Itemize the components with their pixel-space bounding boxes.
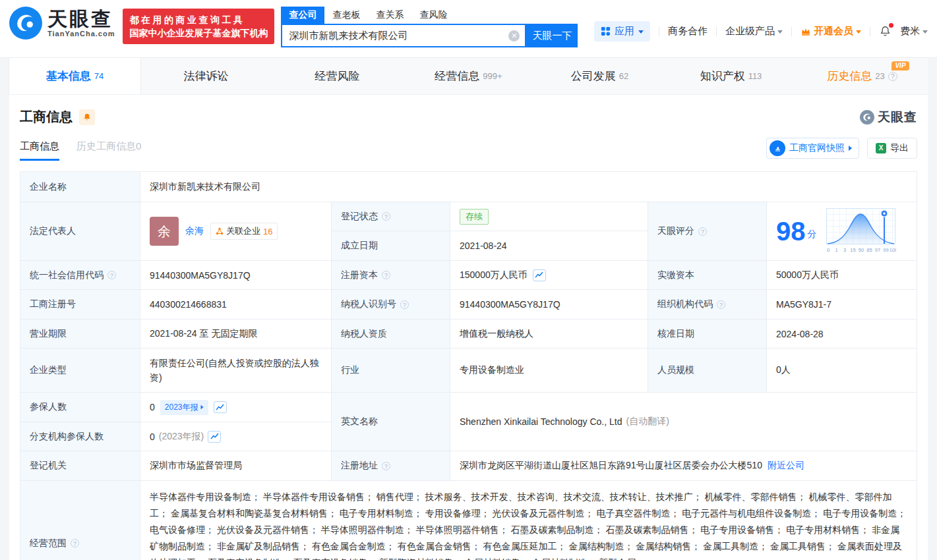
help-icon[interactable]: ? bbox=[717, 300, 725, 309]
field-label-paid-capital: 实缴资本 bbox=[648, 261, 767, 290]
related-companies-badge[interactable]: 关联企业 16 bbox=[210, 223, 278, 240]
field-value-tianyan-score[interactable]: 98 分 0 bbox=[767, 202, 917, 261]
trend-chart-icon[interactable] bbox=[214, 401, 227, 413]
field-value-reg-authority: 深圳市市场监督管理局 bbox=[140, 451, 332, 481]
field-value-industry: 专用设备制造业 bbox=[450, 349, 648, 393]
monitor-bell-button[interactable] bbox=[79, 109, 95, 125]
trend-chart-icon[interactable] bbox=[208, 431, 221, 443]
nav-business-coop[interactable]: 商务合作 bbox=[668, 25, 708, 38]
field-value-business-scope: 半导体器件专用设备制造； 半导体器件专用设备销售； 销售代理； 技术服务、技术开… bbox=[140, 481, 917, 560]
apps-menu[interactable]: 应用 bbox=[594, 21, 650, 42]
field-label-taxpayer-quali: 纳税人资质 bbox=[332, 320, 450, 349]
tab-company-development[interactable]: 公司发展62 bbox=[534, 58, 665, 94]
search-button[interactable]: 天眼一下 bbox=[526, 24, 578, 47]
field-label-industry: 行业 bbox=[332, 349, 450, 393]
nav-open-vip[interactable]: 开通会员 bbox=[801, 25, 861, 38]
help-icon[interactable]: ? bbox=[382, 212, 390, 221]
svg-text:15: 15 bbox=[850, 247, 855, 253]
tab-operating-risk[interactable]: 经营风险 bbox=[272, 58, 403, 94]
score-unit: 分 bbox=[808, 229, 817, 240]
subtab-history-business-info[interactable]: 历史工商信息0 bbox=[76, 140, 141, 161]
field-value-reg-capital: 150000万人民币 bbox=[450, 261, 648, 290]
watermark-logo: 天眼查 bbox=[860, 109, 917, 126]
chevron-down-icon bbox=[777, 30, 783, 34]
tab-legal-litigation[interactable]: 法律诉讼 bbox=[140, 58, 272, 94]
apps-label: 应用 bbox=[615, 25, 634, 38]
tianyancha-logo[interactable]: 天眼查 TianYanCha.com bbox=[9, 7, 115, 40]
promo-banner: 都在用的商业查询工具 国家中小企业发展子基金旗下机构 bbox=[123, 9, 274, 44]
field-value-english-name: Shenzhen Xinkailai Technology Co., Ltd (… bbox=[450, 393, 917, 451]
help-icon[interactable]: ? bbox=[400, 300, 409, 309]
field-value-establish-date: 2021-08-24 bbox=[450, 231, 648, 261]
notification-bell[interactable] bbox=[879, 25, 892, 38]
vip-badge: VIP bbox=[892, 61, 909, 70]
annual-report-badge[interactable]: 2023年报 bbox=[160, 400, 208, 415]
search-tab-boss[interactable]: 查老板 bbox=[324, 7, 368, 24]
logo-title: 天眼查 bbox=[47, 9, 115, 30]
nav-enterprise-products[interactable]: 企业级产品 bbox=[725, 25, 783, 38]
svg-text:85: 85 bbox=[866, 247, 872, 253]
arrow-right-icon bbox=[849, 146, 852, 151]
chevron-down-icon bbox=[638, 30, 644, 34]
clear-search-icon[interactable]: ✕ bbox=[508, 30, 520, 42]
field-value-taxpayer-id: 91440300MA5GY8J17Q bbox=[450, 290, 648, 320]
trend-chart-icon[interactable] bbox=[533, 269, 546, 281]
nav-user-menu[interactable]: 费米 bbox=[900, 25, 928, 38]
business-info-table: 企业名称 深圳市新凯来技术有限公司 法定代表人 余 余海 关联企业 16 登记状… bbox=[20, 171, 917, 560]
official-snapshot-button[interactable]: 工商官网快照 bbox=[766, 138, 859, 159]
field-label-business-scope: 经营范围? bbox=[20, 481, 140, 560]
search-tab-relation[interactable]: 查关系 bbox=[368, 7, 411, 24]
field-label-business-term: 营业期限 bbox=[20, 320, 140, 349]
score-distribution-chart: 0 1 3 15 50 85 97 99 100 bbox=[826, 208, 896, 254]
tianyancha-logo-icon bbox=[9, 7, 42, 40]
tab-history-info[interactable]: VIP 历史信息23 ? bbox=[797, 58, 928, 94]
username: 费米 bbox=[900, 25, 920, 38]
field-label-company-name: 企业名称 bbox=[20, 172, 140, 202]
field-label-legal-rep: 法定代表人 bbox=[20, 202, 140, 261]
svg-text:97: 97 bbox=[874, 247, 880, 253]
score-value: 98 bbox=[776, 218, 806, 244]
field-label-english-name: 英文名称 bbox=[332, 393, 450, 451]
field-label-taxpayer-id: 纳税人识别号? bbox=[332, 290, 450, 320]
help-icon[interactable]: ? bbox=[107, 271, 116, 279]
promo-line-2: 国家中小企业发展子基金旗下机构 bbox=[129, 26, 268, 40]
field-value-staff-size: 0人 bbox=[767, 349, 917, 393]
svg-text:100: 100 bbox=[889, 247, 895, 253]
bell-icon bbox=[82, 113, 92, 122]
logo-domain: TianYanCha.com bbox=[47, 30, 115, 38]
field-label-branch-insured: 分支机构参保人数 bbox=[20, 422, 140, 451]
tianyancha-logo-icon bbox=[860, 110, 874, 125]
field-value-company-name: 深圳市新凯来技术有限公司 bbox=[140, 172, 917, 202]
related-companies-icon bbox=[216, 227, 224, 235]
tab-basic-info[interactable]: 基本信息74 bbox=[9, 58, 140, 94]
field-value-reg-address: 深圳市龙岗区平湖街道山厦社区旭日东路91号山厦社区居委会办公大楼510 附近公司 bbox=[450, 451, 917, 481]
help-icon[interactable]: ? bbox=[888, 72, 897, 81]
chevron-down-icon bbox=[922, 30, 928, 34]
svg-text:99: 99 bbox=[883, 247, 888, 253]
arrow-right-icon bbox=[200, 405, 203, 409]
apps-grid-icon bbox=[601, 26, 611, 36]
search-tabs: 查公司 查老板 查关系 查风险 bbox=[281, 7, 578, 24]
nearby-companies-link[interactable]: 附近公司 bbox=[768, 460, 804, 472]
tab-operating-info[interactable]: 经营信息999+ bbox=[403, 58, 534, 94]
status-badge: 存续 bbox=[460, 209, 489, 225]
field-value-company-type: 有限责任公司(自然人投资或控股的法人独资) bbox=[140, 349, 332, 393]
help-icon[interactable]: ? bbox=[698, 227, 707, 236]
notification-dot bbox=[889, 23, 893, 28]
tab-intellectual-property[interactable]: 知识产权113 bbox=[665, 58, 797, 94]
search-input[interactable] bbox=[289, 30, 508, 42]
chevron-down-icon bbox=[856, 30, 861, 34]
help-icon[interactable]: ? bbox=[382, 271, 390, 279]
search-tab-company[interactable]: 查公司 bbox=[281, 7, 324, 24]
legal-rep-avatar[interactable]: 余 bbox=[150, 217, 179, 246]
help-icon[interactable]: ? bbox=[71, 539, 79, 547]
section-title: 工商信息 bbox=[20, 108, 73, 126]
field-label-tianyan-score: 天眼评分? bbox=[648, 202, 767, 261]
field-value-reg-status: 存续 bbox=[450, 202, 648, 231]
subtab-business-info[interactable]: 工商信息 bbox=[20, 140, 59, 161]
search-tab-risk[interactable]: 查风险 bbox=[411, 7, 455, 24]
export-button[interactable]: X 导出 bbox=[867, 138, 917, 159]
svg-text:50: 50 bbox=[858, 247, 863, 253]
legal-rep-name-link[interactable]: 余海 bbox=[185, 225, 204, 237]
help-icon[interactable]: ? bbox=[382, 462, 390, 470]
